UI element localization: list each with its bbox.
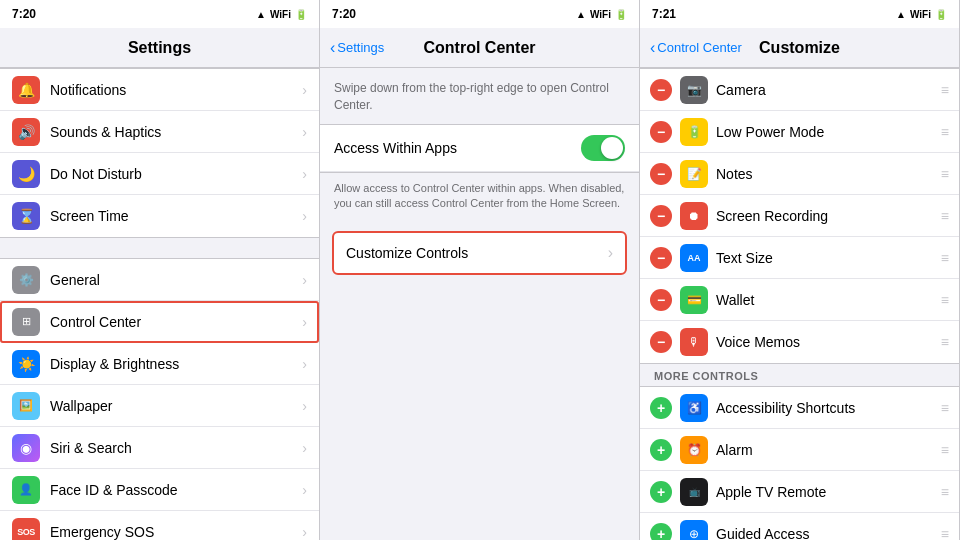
notifications-chevron: › xyxy=(302,82,307,98)
camera-drag[interactable]: ≡ xyxy=(941,82,949,98)
display-chevron: › xyxy=(302,356,307,372)
textsize-drag[interactable]: ≡ xyxy=(941,250,949,266)
guidedaccess-drag: ≡ xyxy=(941,526,949,541)
settings-row-dnd[interactable]: 🌙 Do Not Disturb › xyxy=(0,153,319,195)
settings-row-wallpaper[interactable]: 🖼️ Wallpaper › xyxy=(0,385,319,427)
dnd-chevron: › xyxy=(302,166,307,182)
add-alarm-btn[interactable]: + xyxy=(650,439,672,461)
settings-row-display[interactable]: ☀️ Display & Brightness › xyxy=(0,343,319,385)
screenrec-drag[interactable]: ≡ xyxy=(941,208,949,224)
add-guidedaccess-btn[interactable]: + xyxy=(650,523,672,541)
settings-section-1: 🔔 Notifications › 🔊 Sounds & Haptics › 🌙… xyxy=(0,68,319,238)
cc-toggle-row[interactable]: Access Within Apps xyxy=(320,125,639,172)
sounds-chevron: › xyxy=(302,124,307,140)
remove-camera-btn[interactable]: − xyxy=(650,79,672,101)
remove-wallet-btn[interactable]: − xyxy=(650,289,672,311)
display-label: Display & Brightness xyxy=(50,356,302,372)
controlcenter-panel: 7:20 ▲ WiFi 🔋 ‹ Settings Control Center … xyxy=(320,0,640,540)
emergency-icon: SOS xyxy=(12,518,40,541)
customize-content: − 📷 Camera ≡ − 🔋 Low Power Mode ≡ − 📝 No… xyxy=(640,68,959,540)
settings-nav: Settings xyxy=(0,28,319,68)
remove-textsize-btn[interactable]: − xyxy=(650,247,672,269)
wallet-drag[interactable]: ≡ xyxy=(941,292,949,308)
wallpaper-chevron: › xyxy=(302,398,307,414)
settings-content: 🔔 Notifications › 🔊 Sounds & Haptics › 🌙… xyxy=(0,68,319,540)
general-chevron: › xyxy=(302,272,307,288)
customize-row-appletv[interactable]: + 📺 Apple TV Remote ≡ xyxy=(640,471,959,513)
siri-chevron: › xyxy=(302,440,307,456)
status-time-2: 7:20 xyxy=(332,7,356,21)
lowpower-label: Low Power Mode xyxy=(716,124,941,140)
notes-drag[interactable]: ≡ xyxy=(941,166,949,182)
signal-icon: ▲ xyxy=(256,9,266,20)
accessibility-icon: ♿ xyxy=(680,394,708,422)
voicememos-label: Voice Memos xyxy=(716,334,941,350)
controlcenter-icon: ⊞ xyxy=(12,308,40,336)
wallet-label: Wallet xyxy=(716,292,941,308)
access-within-apps-toggle[interactable] xyxy=(581,135,625,161)
toggle-knob xyxy=(601,137,623,159)
settings-row-faceid[interactable]: 👤 Face ID & Passcode › xyxy=(0,469,319,511)
customize-row-camera[interactable]: − 📷 Camera ≡ xyxy=(640,69,959,111)
wallpaper-icon: 🖼️ xyxy=(12,392,40,420)
customize-row-textsize[interactable]: − AA Text Size ≡ xyxy=(640,237,959,279)
notes-icon: 📝 xyxy=(680,160,708,188)
accessibility-label: Accessibility Shortcuts xyxy=(716,400,941,416)
notifications-label: Notifications xyxy=(50,82,302,98)
customize-row-lowpower[interactable]: − 🔋 Low Power Mode ≡ xyxy=(640,111,959,153)
customize-back-label: Control Center xyxy=(657,40,742,55)
add-appletv-btn[interactable]: + xyxy=(650,481,672,503)
textsize-label: Text Size xyxy=(716,250,941,266)
settings-row-general[interactable]: ⚙️ General › xyxy=(0,259,319,301)
settings-row-siri[interactable]: ◉ Siri & Search › xyxy=(0,427,319,469)
customize-controls-label: Customize Controls xyxy=(346,245,608,261)
camera-icon: 📷 xyxy=(680,76,708,104)
settings-row-controlcenter[interactable]: ⊞ Control Center › xyxy=(0,301,319,343)
customize-row-guidedaccess[interactable]: + ⊕ Guided Access ≡ xyxy=(640,513,959,540)
customize-controls-row[interactable]: Customize Controls › xyxy=(332,231,627,275)
status-bar-3: 7:21 ▲ WiFi 🔋 xyxy=(640,0,959,28)
more-controls-header: MORE CONTROLS xyxy=(640,364,959,386)
alarm-icon: ⏰ xyxy=(680,436,708,464)
customize-row-screenrec[interactable]: − ⏺ Screen Recording ≡ xyxy=(640,195,959,237)
voicememos-drag[interactable]: ≡ xyxy=(941,334,949,350)
status-icons-1: ▲ WiFi 🔋 xyxy=(256,9,307,20)
notifications-icon: 🔔 xyxy=(12,76,40,104)
cc-toggle-section: Access Within Apps xyxy=(320,124,639,173)
wallet-icon: 💳 xyxy=(680,286,708,314)
lowpower-drag[interactable]: ≡ xyxy=(941,124,949,140)
back-arrow-icon: ‹ xyxy=(330,39,335,57)
display-icon: ☀️ xyxy=(12,350,40,378)
customize-row-alarm[interactable]: + ⏰ Alarm ≡ xyxy=(640,429,959,471)
faceid-label: Face ID & Passcode xyxy=(50,482,302,498)
appletv-icon: 📺 xyxy=(680,478,708,506)
customize-nav-back[interactable]: ‹ Control Center xyxy=(650,39,742,57)
cc-sub-description: Allow access to Control Center within ap… xyxy=(320,173,639,224)
settings-row-emergency[interactable]: SOS Emergency SOS › xyxy=(0,511,319,540)
camera-label: Camera xyxy=(716,82,941,98)
battery-icon: 🔋 xyxy=(295,9,307,20)
remove-screenrec-btn[interactable]: − xyxy=(650,205,672,227)
sounds-icon: 🔊 xyxy=(12,118,40,146)
cc-nav-back[interactable]: ‹ Settings xyxy=(330,39,384,57)
screenrec-label: Screen Recording xyxy=(716,208,941,224)
guidedaccess-icon: ⊕ xyxy=(680,520,708,541)
customize-row-voicememos[interactable]: − 🎙 Voice Memos ≡ xyxy=(640,321,959,363)
alarm-drag: ≡ xyxy=(941,442,949,458)
add-accessibility-btn[interactable]: + xyxy=(650,397,672,419)
general-label: General xyxy=(50,272,302,288)
remove-voicememos-btn[interactable]: − xyxy=(650,331,672,353)
remove-notes-btn[interactable]: − xyxy=(650,163,672,185)
faceid-chevron: › xyxy=(302,482,307,498)
accessibility-drag: ≡ xyxy=(941,400,949,416)
controlcenter-label: Control Center xyxy=(50,314,302,330)
back-arrow-icon-3: ‹ xyxy=(650,39,655,57)
settings-row-notifications[interactable]: 🔔 Notifications › xyxy=(0,69,319,111)
customize-controls-chevron: › xyxy=(608,244,613,262)
customize-row-notes[interactable]: − 📝 Notes ≡ xyxy=(640,153,959,195)
customize-row-accessibility[interactable]: + ♿ Accessibility Shortcuts ≡ xyxy=(640,387,959,429)
settings-row-screentime[interactable]: ⌛ Screen Time › xyxy=(0,195,319,237)
customize-row-wallet[interactable]: − 💳 Wallet ≡ xyxy=(640,279,959,321)
remove-lowpower-btn[interactable]: − xyxy=(650,121,672,143)
settings-row-sounds[interactable]: 🔊 Sounds & Haptics › xyxy=(0,111,319,153)
